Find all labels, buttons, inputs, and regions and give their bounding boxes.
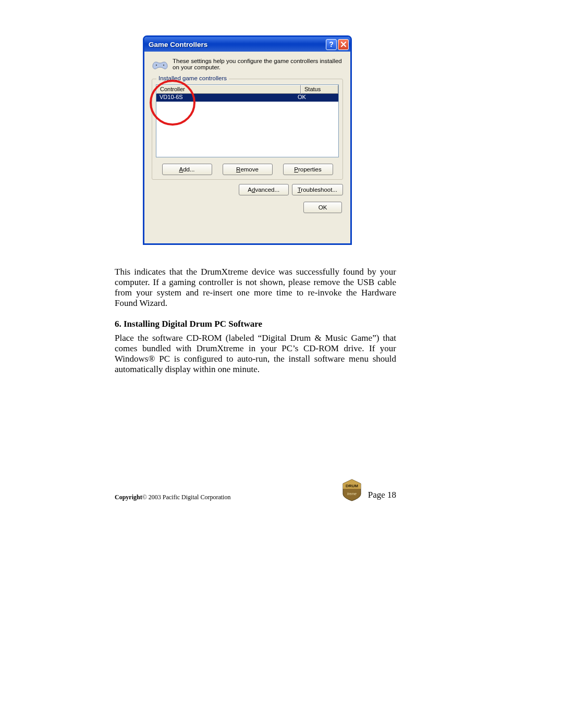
game-controllers-dialog-screenshot: Game Controllers ? These settings help y…	[143, 35, 352, 245]
ok-row: OK	[152, 202, 343, 213]
fieldset-button-row: Add... Remove Properties	[156, 164, 339, 175]
lower-button-row: Advanced... Troubleshoot...	[152, 184, 343, 195]
close-icon	[340, 41, 347, 47]
copyright: Copyright© 2003 Pacific Digital Corporat…	[115, 493, 230, 501]
remove-button[interactable]: Remove	[223, 164, 273, 175]
ok-button[interactable]: OK	[303, 202, 342, 213]
advanced-button[interactable]: Advanced...	[239, 184, 289, 195]
window-title: Game Controllers	[149, 41, 325, 48]
paragraph-install-software: Place the software CD-ROM (labeled “Digi…	[115, 333, 396, 375]
dialog-frame: Game Controllers ? These settings help y…	[143, 35, 352, 245]
help-button[interactable]: ?	[326, 39, 337, 50]
fieldset-legend: Installed game controllers	[156, 75, 229, 81]
properties-button[interactable]: Properties	[283, 164, 333, 175]
close-button[interactable]	[338, 39, 349, 50]
controller-name: VD10-6S	[156, 94, 295, 102]
controller-status: OK	[295, 94, 338, 102]
installed-controllers-fieldset: Installed game controllers Controller St…	[152, 79, 343, 180]
column-status[interactable]: Status	[301, 85, 338, 94]
dialog-client-area: These settings help you configure the ga…	[144, 52, 350, 218]
page-number: Page 18	[368, 490, 396, 501]
svg-point-1	[163, 65, 164, 66]
page-footer: Copyright© 2003 Pacific Digital Corporat…	[115, 486, 396, 501]
intro-text: These settings help you configure the ga…	[173, 58, 343, 71]
troubleshoot-button[interactable]: Troubleshoot...	[292, 184, 343, 195]
list-header: Controller Status	[156, 85, 338, 94]
game-controller-icon	[152, 59, 168, 71]
drum-xtreme-logo-icon: DRUM treme	[340, 478, 364, 501]
svg-point-0	[156, 65, 157, 66]
add-button[interactable]: Add...	[162, 164, 212, 175]
titlebar: Game Controllers ?	[144, 37, 350, 52]
column-controller[interactable]: Controller	[156, 85, 301, 94]
svg-text:treme: treme	[347, 492, 357, 496]
list-item[interactable]: VD10-6S OK	[156, 94, 338, 102]
svg-text:DRUM: DRUM	[346, 484, 358, 488]
section-heading: 6. Installing Digital Drum PC Software	[115, 319, 396, 329]
controllers-listbox[interactable]: Controller Status VD10-6S OK	[156, 84, 339, 157]
intro-row: These settings help you configure the ga…	[152, 58, 343, 71]
paragraph-device-found: This indicates that the DrumXtreme devic…	[115, 267, 396, 309]
